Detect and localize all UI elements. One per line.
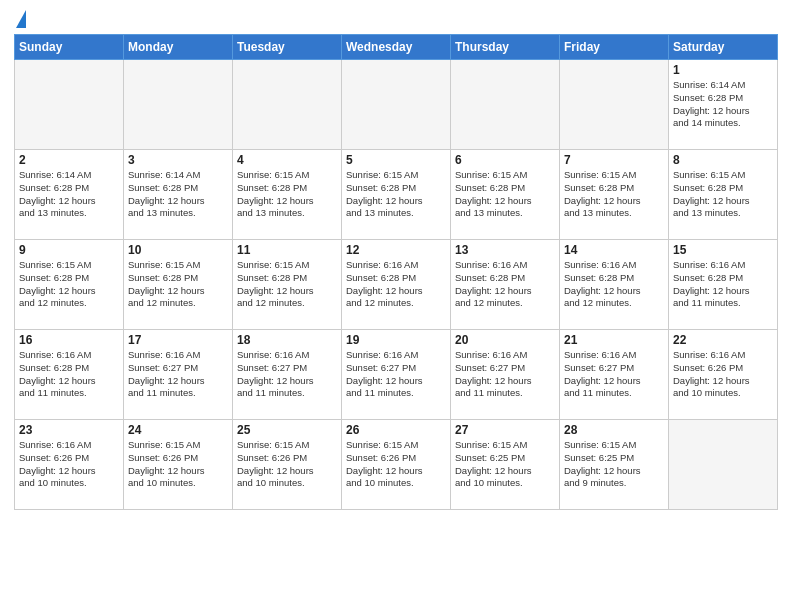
weekday-header-row: SundayMondayTuesdayWednesdayThursdayFrid…: [15, 35, 778, 60]
calendar-week-row: 1Sunrise: 6:14 AM Sunset: 6:28 PM Daylig…: [15, 60, 778, 150]
day-number: 4: [237, 153, 337, 167]
day-info: Sunrise: 6:16 AM Sunset: 6:26 PM Dayligh…: [19, 439, 119, 490]
day-number: 7: [564, 153, 664, 167]
weekday-header-thursday: Thursday: [451, 35, 560, 60]
day-number: 15: [673, 243, 773, 257]
day-info: Sunrise: 6:15 AM Sunset: 6:28 PM Dayligh…: [237, 259, 337, 310]
calendar-week-row: 23Sunrise: 6:16 AM Sunset: 6:26 PM Dayli…: [15, 420, 778, 510]
day-number: 21: [564, 333, 664, 347]
calendar-cell: [124, 60, 233, 150]
calendar-cell: 20Sunrise: 6:16 AM Sunset: 6:27 PM Dayli…: [451, 330, 560, 420]
day-info: Sunrise: 6:14 AM Sunset: 6:28 PM Dayligh…: [128, 169, 228, 220]
day-info: Sunrise: 6:15 AM Sunset: 6:25 PM Dayligh…: [455, 439, 555, 490]
day-number: 9: [19, 243, 119, 257]
weekday-header-tuesday: Tuesday: [233, 35, 342, 60]
day-info: Sunrise: 6:15 AM Sunset: 6:28 PM Dayligh…: [346, 169, 446, 220]
day-info: Sunrise: 6:15 AM Sunset: 6:26 PM Dayligh…: [128, 439, 228, 490]
weekday-header-wednesday: Wednesday: [342, 35, 451, 60]
calendar-cell: 26Sunrise: 6:15 AM Sunset: 6:26 PM Dayli…: [342, 420, 451, 510]
day-info: Sunrise: 6:15 AM Sunset: 6:28 PM Dayligh…: [673, 169, 773, 220]
calendar-week-row: 9Sunrise: 6:15 AM Sunset: 6:28 PM Daylig…: [15, 240, 778, 330]
calendar-cell: 4Sunrise: 6:15 AM Sunset: 6:28 PM Daylig…: [233, 150, 342, 240]
calendar-cell: 11Sunrise: 6:15 AM Sunset: 6:28 PM Dayli…: [233, 240, 342, 330]
day-number: 5: [346, 153, 446, 167]
day-info: Sunrise: 6:16 AM Sunset: 6:28 PM Dayligh…: [19, 349, 119, 400]
day-info: Sunrise: 6:16 AM Sunset: 6:27 PM Dayligh…: [564, 349, 664, 400]
day-number: 13: [455, 243, 555, 257]
day-number: 12: [346, 243, 446, 257]
day-number: 18: [237, 333, 337, 347]
calendar-cell: 21Sunrise: 6:16 AM Sunset: 6:27 PM Dayli…: [560, 330, 669, 420]
calendar-cell: 5Sunrise: 6:15 AM Sunset: 6:28 PM Daylig…: [342, 150, 451, 240]
day-number: 11: [237, 243, 337, 257]
day-info: Sunrise: 6:15 AM Sunset: 6:26 PM Dayligh…: [346, 439, 446, 490]
calendar-cell: 15Sunrise: 6:16 AM Sunset: 6:28 PM Dayli…: [669, 240, 778, 330]
calendar-cell: 23Sunrise: 6:16 AM Sunset: 6:26 PM Dayli…: [15, 420, 124, 510]
day-info: Sunrise: 6:15 AM Sunset: 6:26 PM Dayligh…: [237, 439, 337, 490]
day-info: Sunrise: 6:16 AM Sunset: 6:27 PM Dayligh…: [237, 349, 337, 400]
calendar-cell: 18Sunrise: 6:16 AM Sunset: 6:27 PM Dayli…: [233, 330, 342, 420]
day-number: 6: [455, 153, 555, 167]
day-number: 23: [19, 423, 119, 437]
calendar-cell: 27Sunrise: 6:15 AM Sunset: 6:25 PM Dayli…: [451, 420, 560, 510]
page: SundayMondayTuesdayWednesdayThursdayFrid…: [0, 0, 792, 612]
day-number: 22: [673, 333, 773, 347]
day-number: 27: [455, 423, 555, 437]
calendar-cell: 25Sunrise: 6:15 AM Sunset: 6:26 PM Dayli…: [233, 420, 342, 510]
calendar-cell: 7Sunrise: 6:15 AM Sunset: 6:28 PM Daylig…: [560, 150, 669, 240]
calendar-cell: 9Sunrise: 6:15 AM Sunset: 6:28 PM Daylig…: [15, 240, 124, 330]
weekday-header-monday: Monday: [124, 35, 233, 60]
day-number: 19: [346, 333, 446, 347]
calendar-cell: 12Sunrise: 6:16 AM Sunset: 6:28 PM Dayli…: [342, 240, 451, 330]
day-number: 20: [455, 333, 555, 347]
calendar-cell: 16Sunrise: 6:16 AM Sunset: 6:28 PM Dayli…: [15, 330, 124, 420]
calendar-cell: 28Sunrise: 6:15 AM Sunset: 6:25 PM Dayli…: [560, 420, 669, 510]
day-number: 28: [564, 423, 664, 437]
day-number: 2: [19, 153, 119, 167]
day-info: Sunrise: 6:16 AM Sunset: 6:27 PM Dayligh…: [128, 349, 228, 400]
header: [14, 10, 778, 28]
day-number: 14: [564, 243, 664, 257]
day-info: Sunrise: 6:14 AM Sunset: 6:28 PM Dayligh…: [673, 79, 773, 130]
calendar-cell: [15, 60, 124, 150]
day-number: 10: [128, 243, 228, 257]
weekday-header-friday: Friday: [560, 35, 669, 60]
calendar-week-row: 16Sunrise: 6:16 AM Sunset: 6:28 PM Dayli…: [15, 330, 778, 420]
calendar-cell: 17Sunrise: 6:16 AM Sunset: 6:27 PM Dayli…: [124, 330, 233, 420]
calendar-cell: [560, 60, 669, 150]
logo: [14, 10, 26, 28]
day-info: Sunrise: 6:16 AM Sunset: 6:26 PM Dayligh…: [673, 349, 773, 400]
day-info: Sunrise: 6:15 AM Sunset: 6:25 PM Dayligh…: [564, 439, 664, 490]
calendar-cell: 10Sunrise: 6:15 AM Sunset: 6:28 PM Dayli…: [124, 240, 233, 330]
calendar: SundayMondayTuesdayWednesdayThursdayFrid…: [14, 34, 778, 510]
calendar-cell: 13Sunrise: 6:16 AM Sunset: 6:28 PM Dayli…: [451, 240, 560, 330]
day-number: 24: [128, 423, 228, 437]
calendar-cell: 3Sunrise: 6:14 AM Sunset: 6:28 PM Daylig…: [124, 150, 233, 240]
weekday-header-sunday: Sunday: [15, 35, 124, 60]
calendar-cell: 2Sunrise: 6:14 AM Sunset: 6:28 PM Daylig…: [15, 150, 124, 240]
day-info: Sunrise: 6:16 AM Sunset: 6:28 PM Dayligh…: [673, 259, 773, 310]
calendar-week-row: 2Sunrise: 6:14 AM Sunset: 6:28 PM Daylig…: [15, 150, 778, 240]
day-info: Sunrise: 6:16 AM Sunset: 6:28 PM Dayligh…: [455, 259, 555, 310]
calendar-cell: 1Sunrise: 6:14 AM Sunset: 6:28 PM Daylig…: [669, 60, 778, 150]
day-info: Sunrise: 6:15 AM Sunset: 6:28 PM Dayligh…: [19, 259, 119, 310]
day-info: Sunrise: 6:15 AM Sunset: 6:28 PM Dayligh…: [455, 169, 555, 220]
calendar-cell: 19Sunrise: 6:16 AM Sunset: 6:27 PM Dayli…: [342, 330, 451, 420]
day-info: Sunrise: 6:16 AM Sunset: 6:27 PM Dayligh…: [455, 349, 555, 400]
day-number: 26: [346, 423, 446, 437]
day-info: Sunrise: 6:16 AM Sunset: 6:27 PM Dayligh…: [346, 349, 446, 400]
calendar-cell: 6Sunrise: 6:15 AM Sunset: 6:28 PM Daylig…: [451, 150, 560, 240]
day-info: Sunrise: 6:15 AM Sunset: 6:28 PM Dayligh…: [237, 169, 337, 220]
day-info: Sunrise: 6:15 AM Sunset: 6:28 PM Dayligh…: [128, 259, 228, 310]
day-info: Sunrise: 6:15 AM Sunset: 6:28 PM Dayligh…: [564, 169, 664, 220]
logo-triangle-icon: [16, 10, 26, 28]
day-number: 1: [673, 63, 773, 77]
calendar-cell: [233, 60, 342, 150]
day-number: 3: [128, 153, 228, 167]
day-number: 25: [237, 423, 337, 437]
weekday-header-saturday: Saturday: [669, 35, 778, 60]
calendar-cell: [342, 60, 451, 150]
day-number: 8: [673, 153, 773, 167]
day-number: 17: [128, 333, 228, 347]
day-info: Sunrise: 6:16 AM Sunset: 6:28 PM Dayligh…: [346, 259, 446, 310]
